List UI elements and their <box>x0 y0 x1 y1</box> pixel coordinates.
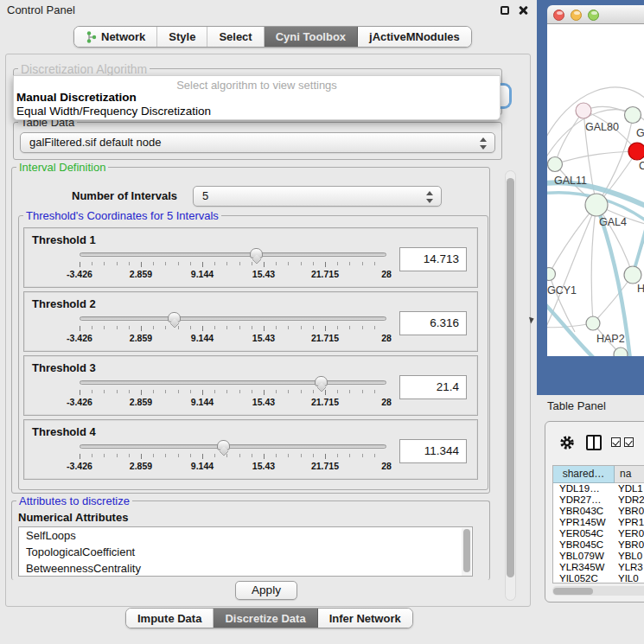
slider-thumb[interactable] <box>168 312 181 322</box>
threshold-coords-title: Threshold's Coordinates for 5 Intervals <box>23 209 221 222</box>
tab-discretize-data[interactable]: Discretize Data <box>214 609 317 628</box>
table-data-combobox[interactable]: galFiltered.sif default node <box>20 132 495 153</box>
table-row[interactable]: YBR045CYBR0 <box>553 539 644 551</box>
threshold-4-slider[interactable]: -3.426 2.859 9.144 15.43 21.715 28 <box>80 444 386 471</box>
threshold-1-slider[interactable]: -3.426 2.859 9.144 15.43 21.715 28 <box>80 252 386 279</box>
node-gcy1[interactable] <box>547 268 556 281</box>
list-item-betweennesscentrality[interactable]: BetweennessCentrality <box>19 560 472 577</box>
slider-thumb[interactable] <box>315 376 328 386</box>
slider-thumb[interactable] <box>217 440 230 450</box>
slider-track[interactable] <box>80 252 386 257</box>
table-row[interactable]: YDL19…YDL1 <box>553 483 644 494</box>
slider-ticks <box>80 390 386 395</box>
close-traffic-light[interactable] <box>553 10 564 21</box>
checkbox-icon[interactable] <box>624 437 634 447</box>
algorithm-option-equal-width[interactable]: Equal Width/Frequency Discretization <box>14 105 500 118</box>
slider-track[interactable] <box>80 380 386 385</box>
threshold-4-label: Threshold 4 <box>32 425 96 438</box>
interval-definition-title: Interval Definition <box>16 161 108 174</box>
network-window-titlebar[interactable] <box>547 5 644 24</box>
scrollbar-thumb[interactable] <box>507 178 514 577</box>
table-row[interactable]: YLR345WYLR3 <box>553 562 644 573</box>
network-canvas[interactable]: GAL80 GA C GAL11 GAL4 GCY1 H HAP2 <box>547 24 644 356</box>
network-view-window: GAL80 GA C GAL11 GAL4 GCY1 H HAP2 <box>537 0 644 395</box>
table-row[interactable]: YDR27…YDR2 <box>553 494 644 506</box>
node-attribute-table: shared… na YDL19…YDL1 YDR27…YDR2 YBR043C… <box>552 465 644 583</box>
slider-tick-labels: -3.426 2.859 9.144 15.43 21.715 28 <box>80 397 386 407</box>
node-gal4[interactable] <box>585 194 608 216</box>
threshold-2-panel: Threshold 2 -3.426 2.859 9.144 15.43 21.… <box>23 291 478 352</box>
threshold-3-slider[interactable]: -3.426 2.859 9.144 15.43 21.715 28 <box>80 380 386 407</box>
algorithm-option-prompt[interactable]: Select algorithm to view settings <box>14 76 500 91</box>
scrollbar-thumb[interactable] <box>553 588 593 595</box>
numerical-attributes-label: Numerical Attributes <box>18 511 128 524</box>
bottom-tab-bar: Impute Data Discretize Data Infer Networ… <box>125 608 413 628</box>
numerical-attributes-list: SelfLoops TopologicalCoefficient Between… <box>18 526 473 577</box>
table-row[interactable]: YER054CYER0 <box>553 528 644 539</box>
num-intervals-label: Number of Intervals <box>72 189 177 202</box>
network-nodes[interactable] <box>547 103 644 356</box>
node-h-partial[interactable] <box>624 266 641 284</box>
list-scrollbar[interactable] <box>462 528 471 577</box>
label-h-partial: H <box>637 283 644 295</box>
slider-ticks <box>80 454 386 459</box>
slider-ticks <box>80 262 386 267</box>
checkbox-icon[interactable] <box>611 437 621 447</box>
cyni-toolbox-panel: Discretization Algorithm Select algorith… <box>5 54 531 607</box>
threshold-3-value-field[interactable]: 21.4 <box>399 375 467 399</box>
tab-select[interactable]: Select <box>207 27 264 47</box>
slider-track[interactable] <box>80 444 386 449</box>
list-item-topologicalcoefficient[interactable]: TopologicalCoefficient <box>19 544 472 560</box>
node-gal-partial[interactable] <box>625 107 641 124</box>
tab-impute-data[interactable]: Impute Data <box>126 609 214 628</box>
network-graph: GAL80 GA C GAL11 GAL4 GCY1 H HAP2 <box>547 24 644 356</box>
gear-icon[interactable] <box>559 435 575 450</box>
threshold-1-value-field[interactable]: 14.713 <box>399 247 467 271</box>
split-columns-icon[interactable] <box>586 435 602 450</box>
close-icon[interactable] <box>518 5 528 16</box>
table-row[interactable]: YPR145WYPR1 <box>553 517 644 528</box>
table-header-row: shared… na <box>553 466 644 483</box>
tab-infer-network[interactable]: Infer Network <box>318 609 412 628</box>
float-window-icon[interactable] <box>501 6 509 15</box>
table-panel: shared… na YDL19…YDL1 YDR27…YDR2 YBR043C… <box>545 421 644 603</box>
tab-jactivemnodules[interactable]: jActiveMNodules <box>358 27 471 47</box>
slider-tick-labels: -3.426 2.859 9.144 15.43 21.715 28 <box>80 461 386 471</box>
threshold-2-label: Threshold 2 <box>32 297 96 310</box>
table-row[interactable]: YBR043CYBR0 <box>553 506 644 517</box>
apply-button[interactable]: Apply <box>235 581 297 600</box>
threshold-1-panel: Threshold 1 -3.426 2.859 9.144 15.43 21.… <box>23 227 478 288</box>
num-intervals-value: 5 <box>202 189 208 202</box>
attributes-group-title: Attributes to discretize <box>16 494 132 507</box>
tab-network[interactable]: Network <box>74 27 157 47</box>
threshold-3-panel: Threshold 3 -3.426 2.859 9.144 15.43 21.… <box>23 355 478 416</box>
list-item-selfloops[interactable]: SelfLoops <box>19 527 472 544</box>
slider-thumb[interactable] <box>250 248 263 258</box>
mouse-cursor <box>529 316 535 323</box>
threshold-2-value-field[interactable]: 6.316 <box>399 311 467 335</box>
panel-scrollbar[interactable] <box>505 170 516 601</box>
node-bottom-partial[interactable] <box>614 348 628 356</box>
table-row[interactable]: YBL079WYBL0 <box>553 551 644 562</box>
network-icon <box>86 31 97 43</box>
zoom-traffic-light[interactable] <box>588 10 599 21</box>
table-horizontal-scrollbar[interactable] <box>552 586 644 596</box>
slider-track[interactable] <box>80 316 386 321</box>
node-selected-red[interactable] <box>628 143 644 160</box>
column-header-name[interactable]: na <box>615 466 644 483</box>
threshold-2-slider[interactable]: -3.426 2.859 9.144 15.43 21.715 28 <box>80 316 386 343</box>
algorithm-option-manual[interactable]: Manual Discretization <box>14 91 500 105</box>
right-region: GAL80 GA C GAL11 GAL4 GCY1 H HAP2 Table … <box>537 0 644 644</box>
table-row[interactable]: YIL052CYIL0 <box>553 573 644 583</box>
num-intervals-spinner[interactable]: 5 <box>193 186 442 207</box>
column-header-shared-name[interactable]: shared… <box>553 466 615 483</box>
tab-cyni-toolbox[interactable]: Cyni Toolbox <box>265 27 358 47</box>
tab-style[interactable]: Style <box>157 27 207 47</box>
control-panel: Control Panel Network Style Select Cyni … <box>0 0 537 644</box>
minimize-traffic-light[interactable] <box>571 10 582 21</box>
node-gal80[interactable] <box>576 103 591 118</box>
node-hap2[interactable] <box>586 316 600 330</box>
threshold-1-label: Threshold 1 <box>32 233 96 246</box>
threshold-4-value-field[interactable]: 11.344 <box>399 439 467 463</box>
node-gal11[interactable] <box>548 157 563 172</box>
